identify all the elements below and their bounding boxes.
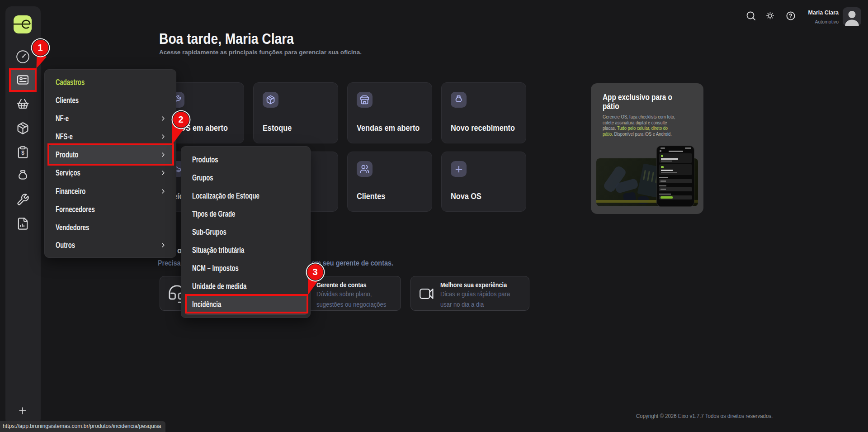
svg-text:$: $ — [21, 149, 24, 156]
